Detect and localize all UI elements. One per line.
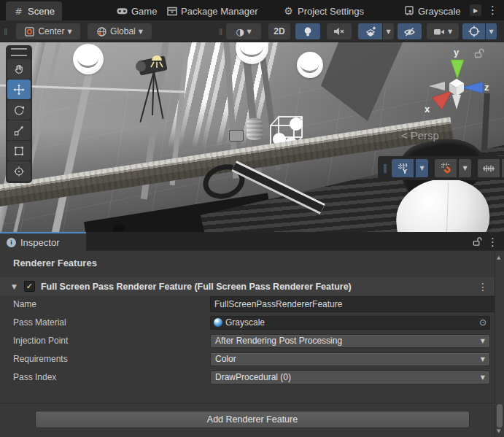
tab-overflow-button[interactable]: ▶ [470,4,481,16]
hand-tool-button[interactable] [7,59,31,79]
gizmo-x-axis [432,90,452,109]
tab-inspector[interactable]: i Inspector [0,232,86,251]
rect-tool-button[interactable] [7,141,31,161]
scene-can-object[interactable] [247,118,263,140]
snap-increment-button[interactable] [478,159,500,177]
move-tool-button[interactable] [7,80,31,99]
inspector-lock-icon[interactable] [473,236,482,247]
unity-editor-window: # Scene Game Package Manager ⚙ Project S… [0,0,504,437]
grid-snap-overlay: ‖ Y ▼ ▼ ▼ [378,156,504,180]
pass-material-object-field[interactable]: Grayscale ⊙ [210,316,490,330]
snap-to-grid-dropdown[interactable]: ▼ [459,159,471,177]
inspector-scrollbar[interactable]: ▲ ▼ [495,251,504,437]
overlay-grip-icon: ‖ [383,163,387,174]
tab-project-settings[interactable]: ⚙ Project Settings [283,1,364,20]
gizmo-axis-negative [452,95,461,109]
scene-small-object[interactable] [229,130,244,142]
view-lock-icon[interactable] [474,48,484,58]
gizmo-y-axis [451,60,464,79]
requirements-row: Requirements Color ▼ [0,351,504,367]
divider [0,403,495,403]
hand-icon [13,63,25,75]
scene-effects-toggle[interactable] [358,23,382,39]
object-picker-icon[interactable]: ⊙ [479,317,486,328]
pivot-center-icon [24,26,35,37]
scene-audio-toggle[interactable] [327,23,352,39]
gizmos-dropdown[interactable]: ▼ [486,23,497,39]
gamepad-icon [117,6,128,17]
scene-grid-icon: # [13,6,24,17]
overlay-drag-handle[interactable] [11,48,27,56]
pass-index-dropdown[interactable]: DrawProcedural (0) ▼ [210,371,490,384]
move-icon [13,84,25,96]
grid-y-icon: Y [397,163,408,174]
spotlight-lens [136,61,146,71]
kebab-menu-icon: ⋮ [478,281,488,293]
orientation-button[interactable]: Global ▼ [88,23,152,39]
feature-enabled-checkbox[interactable]: ✓ [24,281,35,292]
inspector-menu-button[interactable]: ⋮ [487,236,498,249]
rotate-tool-button[interactable] [7,100,31,120]
gizmo-z-axis [462,82,483,93]
gizmos-toggle[interactable] [462,23,485,39]
tab-bar-menu-button[interactable]: ⋮ [487,4,498,17]
add-renderer-feature-button[interactable]: Add Renderer Feature [35,411,470,428]
kebab-menu-icon: ⋮ [487,4,498,16]
pass-material-value: Grayscale [225,317,265,328]
chevron-down-icon: ▼ [139,28,143,35]
requirements-value: Color [215,354,236,364]
check-icon: ✓ [26,282,33,291]
feature-menu-button[interactable]: ⋮ [478,281,488,293]
injection-point-label: Injection Point [13,333,68,348]
pass-material-row: Pass Material Grayscale ⊙ [0,314,504,330]
audio-muted-icon [333,26,345,36]
globe-icon [96,26,107,37]
2d-toggle-button[interactable]: 2D [268,23,290,39]
shader-graph-icon [403,6,414,17]
injection-point-dropdown[interactable]: After Rendering Post Processing ▼ [210,334,490,348]
toolbar-grip-icon: ‖ [219,26,222,37]
scroll-up-icon[interactable]: ▲ [497,255,500,260]
scroll-down-icon[interactable]: ▼ [497,428,500,434]
grid-visibility-button[interactable]: Y [392,159,414,177]
feature-header-row[interactable]: ▼ ✓ Full Screen Pass Renderer Feature (F… [0,277,495,295]
window-tab-bar: # Scene Game Package Manager ⚙ Project S… [0,0,504,20]
pivot-mode-button[interactable]: Center ▼ [16,23,80,39]
inspector-tab-strip: i Inspector ⋮ [0,232,504,251]
scene-spotlight[interactable] [136,51,181,128]
transform-tool-button[interactable] [7,161,31,181]
tab-game[interactable]: Game [117,1,157,20]
scrollbar-thumb[interactable] [497,404,503,428]
tab-package-manager[interactable]: Package Manager [166,1,258,20]
material-sphere-icon [214,318,222,327]
scene-sphere-gizmo[interactable] [73,44,104,74]
tab-scene[interactable]: # Scene [6,1,62,20]
scene-effects-dropdown[interactable]: ▼ [383,23,394,39]
perspective-toggle[interactable]: < Persp [401,129,439,142]
draw-mode-button[interactable]: ◑ ▼ [226,23,261,39]
scene-camera-settings-button[interactable]: ▼ [427,23,459,39]
name-input[interactable] [210,296,504,312]
chevron-down-icon: ▼ [67,28,71,35]
toolbar-grip-icon: ‖ [4,26,7,37]
scale-tool-button[interactable] [7,120,31,140]
scene-view[interactable]: y z x < Persp ‖ Y ▼ ▼ [0,42,504,232]
rotate-icon [13,104,25,116]
snap-to-grid-button[interactable] [435,159,457,177]
feature-title: Full Screen Pass Renderer Feature (Full … [41,282,352,292]
requirements-dropdown[interactable]: Color ▼ [210,352,490,366]
grid-visibility-dropdown[interactable]: ▼ [416,159,428,177]
package-icon [166,6,177,17]
transform-icon [13,166,25,177]
scene-lighting-toggle[interactable] [295,23,320,39]
scene-sphere-gizmo[interactable] [297,52,323,78]
foldout-icon[interactable]: ▼ [12,283,17,290]
tab-grayscale[interactable]: Grayscale [403,1,468,20]
gizmo-axis-negative [429,82,445,90]
scene-visibility-toggle[interactable] [398,23,422,39]
draw-mode-icon: ◑ [236,26,244,37]
name-row: Name [0,296,504,312]
add-renderer-feature-label: Add Renderer Feature [207,414,298,425]
pass-material-label: Pass Material [13,315,66,330]
ruler-ticks-icon [482,163,495,174]
